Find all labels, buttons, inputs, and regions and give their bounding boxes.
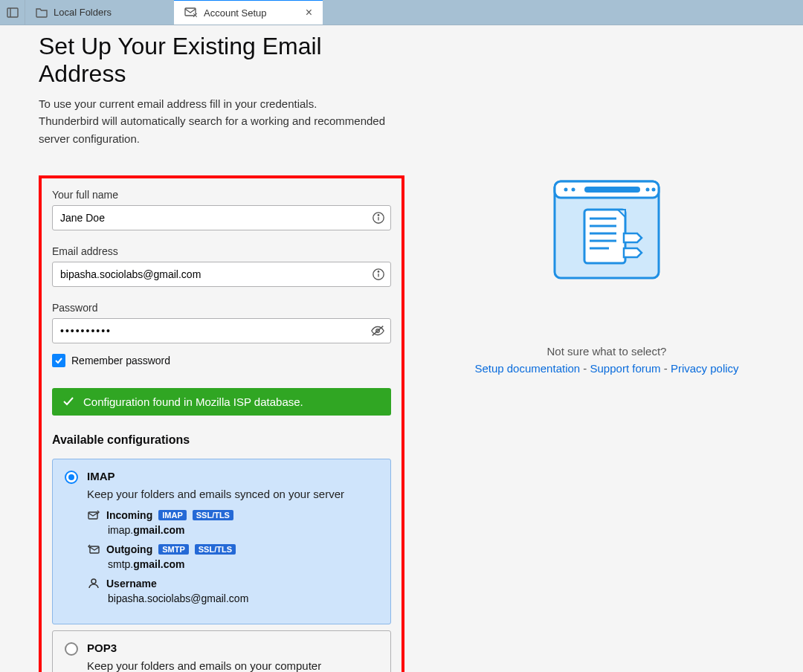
svg-point-13: [91, 579, 96, 584]
config-desc: Keep your folders and emails on your com…: [87, 659, 378, 672]
email-label: Email address: [52, 245, 391, 257]
svg-point-19: [646, 188, 650, 192]
outgoing-icon: [87, 544, 100, 555]
username-label: Username: [106, 578, 157, 589]
badge-smtp: SMTP: [158, 544, 189, 555]
config-heading: Available configurations: [52, 433, 391, 447]
link-privacy[interactable]: Privacy policy: [671, 362, 739, 375]
incoming-label: Incoming: [106, 509, 152, 521]
page-title: Set Up Your Existing Email Address: [39, 33, 404, 88]
status-banner: Configuration found in Mozilla ISP datab…: [52, 388, 391, 416]
link-support-forum[interactable]: Support forum: [590, 362, 661, 375]
tab-label: Local Folders: [54, 7, 112, 18]
svg-rect-18: [584, 187, 640, 193]
radio-imap[interactable]: [65, 471, 78, 484]
svg-point-20: [652, 188, 656, 192]
radio-pop3[interactable]: [65, 642, 78, 656]
status-text: Configuration found in Mozilla ISP datab…: [83, 395, 303, 408]
config-title: IMAP: [87, 470, 115, 482]
svg-rect-0: [7, 8, 18, 17]
svg-point-16: [564, 188, 568, 192]
check-icon: [62, 395, 74, 407]
config-title: POP3: [87, 642, 117, 654]
folder-icon: [36, 7, 48, 18]
name-label: Your full name: [52, 189, 391, 201]
close-tab-icon[interactable]: ×: [306, 6, 312, 19]
badge-ssl: SSL/TLS: [195, 544, 236, 555]
info-icon[interactable]: [372, 211, 385, 224]
tab-local-folders[interactable]: Local Folders: [25, 0, 174, 25]
form-highlight-area: Your full name Email address: [39, 175, 404, 672]
link-setup-doc[interactable]: Setup documentation: [474, 362, 580, 375]
remember-password-label: Remember password: [71, 355, 170, 366]
config-desc: Keep your folders and emails synced on y…: [87, 488, 378, 500]
password-input[interactable]: [52, 318, 391, 343]
info-icon[interactable]: [372, 268, 385, 281]
page-subtitle: To use your current email address fill i…: [39, 95, 404, 147]
svg-point-17: [572, 188, 575, 192]
badge-ssl: SSL/TLS: [193, 510, 233, 520]
user-icon: [87, 578, 100, 589]
username-value: bipasha.sociolabs@gmail.com: [108, 592, 378, 604]
incoming-host: imap.gmail.com: [108, 524, 378, 536]
toggle-password-icon[interactable]: [370, 324, 385, 337]
password-label: Password: [52, 302, 391, 314]
tab-bar: Local Folders Account Setup ×: [0, 0, 803, 25]
config-option-pop3[interactable]: POP3 Keep your folders and emails on you…: [52, 630, 391, 672]
outgoing-host: smtp.gmail.com: [108, 558, 378, 570]
config-option-imap[interactable]: IMAP Keep your folders and emails synced…: [52, 459, 391, 624]
svg-point-8: [378, 271, 378, 271]
help-prompt: Not sure what to select?: [474, 345, 738, 358]
svg-point-5: [378, 214, 378, 215]
name-input[interactable]: [52, 205, 391, 230]
tab-label: Account Setup: [204, 7, 267, 19]
remember-password-checkbox[interactable]: [52, 354, 65, 367]
outgoing-label: Outgoing: [106, 543, 152, 555]
illustration: [544, 167, 670, 285]
incoming-icon: [87, 510, 100, 520]
badge-imap: IMAP: [158, 510, 187, 520]
mail-setup-icon: [184, 7, 198, 18]
tab-account-setup[interactable]: Account Setup ×: [174, 0, 323, 25]
email-input[interactable]: [52, 262, 391, 287]
app-menu-button[interactable]: [0, 0, 25, 25]
